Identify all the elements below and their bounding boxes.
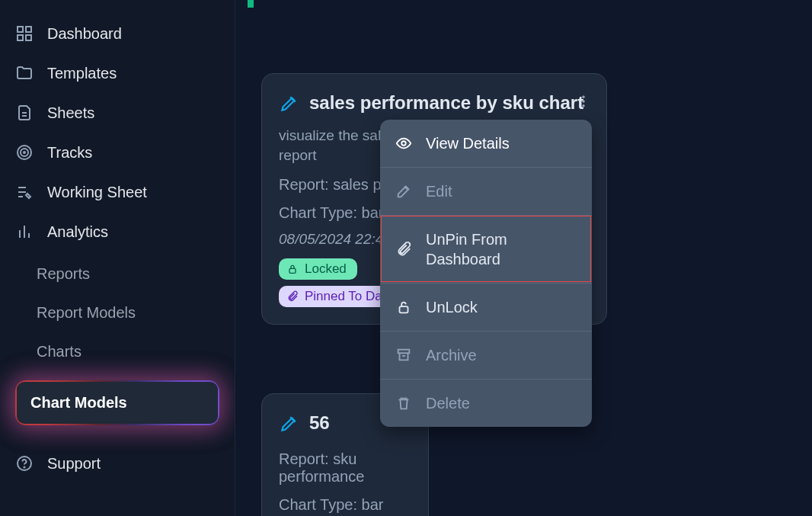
attach-icon (395, 241, 412, 258)
cards-grid: sales performance by sku chart visualize… (261, 73, 812, 516)
archive-icon (395, 347, 412, 364)
nav-label: Support (47, 455, 101, 473)
eye-icon (395, 135, 412, 152)
unlock-icon (395, 299, 412, 316)
svg-rect-23 (398, 350, 410, 354)
svg-point-21 (401, 141, 406, 146)
folder-icon (15, 64, 34, 82)
svg-rect-1 (26, 27, 31, 32)
dashboard-icon (15, 24, 34, 43)
menu-edit[interactable]: Edit (380, 167, 592, 215)
target-icon (15, 143, 34, 162)
sub-chart-models[interactable]: Chart Models (17, 382, 218, 424)
nav-support[interactable]: Support (9, 444, 225, 483)
svg-point-18 (583, 101, 585, 103)
card-menu-button[interactable] (576, 94, 591, 109)
svg-rect-0 (18, 27, 23, 32)
card-report: Report: sku performance (279, 450, 411, 486)
lock-icon (286, 263, 299, 275)
svg-rect-3 (26, 35, 31, 40)
svg-rect-2 (18, 35, 23, 40)
card-chart-type: Chart Type: bar (279, 496, 411, 514)
svg-point-16 (24, 466, 24, 467)
nav-working-sheet[interactable]: Working Sheet (9, 172, 225, 212)
pen-ruler-icon (279, 94, 299, 114)
nav-label: Sheets (47, 104, 94, 122)
svg-point-19 (583, 105, 585, 107)
nav-analytics[interactable]: Analytics (9, 212, 225, 252)
sub-reports[interactable]: Reports (15, 255, 219, 293)
main-panel: sales performance by sku chart visualize… (235, 0, 812, 516)
svg-point-8 (24, 152, 25, 153)
file-icon (15, 104, 34, 122)
nav-templates[interactable]: Templates (9, 53, 225, 93)
svg-point-17 (583, 96, 585, 98)
menu-view-details[interactable]: View Details (380, 120, 592, 167)
bar-chart-icon (15, 223, 34, 241)
menu-unlock[interactable]: UnLock (380, 283, 592, 331)
help-icon (15, 454, 34, 473)
nav-label: Working Sheet (47, 184, 147, 201)
svg-rect-22 (400, 306, 408, 312)
sidebar: Dashboard Templates Sheets Tracks Workin… (0, 0, 235, 516)
edit-list-icon (15, 183, 34, 201)
card-title: sales performance by sku chart (309, 91, 590, 115)
menu-archive[interactable]: Archive (380, 331, 592, 379)
svg-rect-20 (289, 268, 296, 273)
nav-label: Analytics (47, 223, 108, 241)
sub-charts[interactable]: Charts (15, 332, 219, 371)
sub-report-models[interactable]: Report Models (15, 293, 219, 332)
card-context-menu: View Details Edit UnPin From Dashboard U… (380, 120, 592, 427)
attach-icon (286, 290, 299, 303)
analytics-subnav: Reports Report Models Charts (9, 252, 225, 374)
nav-dashboard[interactable]: Dashboard (9, 14, 225, 53)
chart-model-card: sales performance by sku chart visualize… (261, 73, 607, 325)
accent-bar (248, 0, 254, 8)
nav-sheets[interactable]: Sheets (9, 93, 225, 133)
trash-icon (395, 395, 412, 412)
nav-label: Templates (47, 65, 117, 82)
nav-label: Tracks (47, 144, 92, 162)
locked-badge: Locked (279, 258, 357, 280)
active-nav-highlight: Chart Models (15, 380, 219, 425)
nav-label: Dashboard (47, 25, 122, 43)
pen-ruler-icon (279, 414, 299, 434)
edit-icon (395, 183, 412, 200)
menu-unpin[interactable]: UnPin From Dashboard (380, 215, 592, 283)
nav-tracks[interactable]: Tracks (9, 133, 225, 172)
menu-delete[interactable]: Delete (380, 379, 592, 427)
